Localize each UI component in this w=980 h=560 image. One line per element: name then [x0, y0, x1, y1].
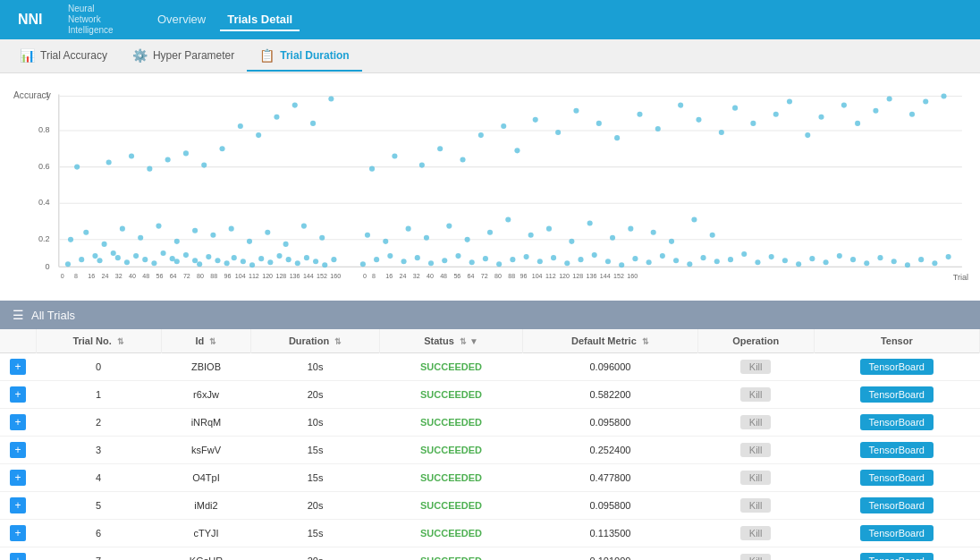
svg-text:8: 8: [74, 273, 78, 280]
kill-button-5[interactable]: Kill: [740, 498, 772, 513]
kill-button-7[interactable]: Kill: [740, 554, 772, 560]
cell-status-6: SUCCEEDED: [379, 520, 522, 547]
nav-trials-detail[interactable]: Trials Detail: [220, 9, 300, 31]
svg-point-79: [247, 239, 252, 244]
svg-text:40: 40: [129, 273, 136, 280]
svg-point-182: [805, 132, 810, 138]
svg-point-90: [201, 163, 207, 168]
cell-metric-5: 0.095800: [523, 492, 698, 520]
tab-hyper-parameter-label: Hyper Parameter: [153, 49, 234, 62]
svg-point-70: [83, 230, 89, 235]
tensorboard-button-2[interactable]: TensorBoard: [860, 414, 934, 430]
expand-button-3[interactable]: +: [10, 442, 26, 458]
sort-icon-metric[interactable]: ⇅: [642, 337, 649, 346]
svg-point-170: [573, 108, 579, 114]
cell-duration-1: 20s: [251, 381, 380, 409]
tensorboard-button-6[interactable]: TensorBoard: [860, 525, 934, 541]
expand-button-0[interactable]: +: [10, 359, 26, 375]
svg-point-132: [824, 259, 829, 265]
svg-point-103: [428, 260, 434, 266]
svg-point-136: [877, 255, 883, 260]
svg-text:96: 96: [520, 273, 527, 280]
svg-point-76: [192, 228, 198, 233]
svg-point-144: [406, 226, 411, 232]
svg-text:NNI: NNI: [18, 12, 43, 27]
tab-trial-duration-label: Trial Duration: [280, 49, 349, 62]
cell-operation-5: Kill: [697, 492, 814, 520]
expand-button-5[interactable]: +: [10, 497, 26, 513]
svg-text:0: 0: [363, 273, 367, 280]
sort-icon-duration[interactable]: ⇅: [334, 337, 342, 346]
svg-point-92: [238, 123, 243, 129]
nav-overview[interactable]: Overview: [150, 9, 213, 31]
svg-point-138: [905, 262, 910, 267]
filter-icon-status[interactable]: ▼: [469, 336, 478, 346]
tab-trial-accuracy[interactable]: 📊 Trial Accuracy: [7, 41, 120, 72]
tensorboard-button-3[interactable]: TensorBoard: [860, 442, 934, 458]
svg-point-174: [655, 126, 661, 132]
expand-button-7[interactable]: +: [10, 553, 26, 560]
svg-point-102: [415, 255, 420, 260]
svg-point-146: [446, 224, 452, 229]
tab-trial-duration[interactable]: 📋 Trial Duration: [247, 41, 361, 72]
svg-point-42: [111, 250, 116, 256]
svg-text:136: 136: [587, 273, 597, 280]
svg-point-133: [837, 253, 842, 259]
svg-point-50: [174, 259, 180, 264]
svg-point-83: [319, 235, 325, 241]
cell-trial-no-3: 3: [36, 437, 161, 464]
svg-text:32: 32: [115, 273, 122, 280]
cell-status-5: SUCCEEDED: [379, 492, 522, 520]
svg-text:152: 152: [613, 273, 624, 280]
cell-metric-3: 0.252400: [523, 437, 698, 464]
tensorboard-button-5[interactable]: TensorBoard: [860, 497, 934, 513]
tab-hyper-parameter[interactable]: ⚙️ Hyper Parameter: [120, 41, 247, 72]
sort-icon-status[interactable]: ⇅: [460, 337, 467, 346]
trial-accuracy-icon: 📊: [20, 48, 35, 63]
svg-point-115: [592, 252, 597, 258]
expand-button-1[interactable]: +: [10, 386, 26, 403]
table-row: + 4 O4TpI 15s SUCCEEDED 0.477800 Kill Te…: [0, 464, 980, 492]
chart-container: Accuracy 1 0.8 0.6 0.4 0.2 0 Trial: [9, 82, 971, 297]
svg-point-159: [710, 233, 715, 238]
expand-button-6[interactable]: +: [10, 525, 26, 541]
expand-button-2[interactable]: +: [10, 414, 26, 430]
col-expand: [0, 329, 36, 353]
svg-point-81: [283, 242, 289, 247]
svg-point-64: [295, 260, 300, 266]
svg-point-151: [546, 226, 552, 232]
tensorboard-button-4[interactable]: TensorBoard: [860, 470, 934, 486]
list-icon: ☰: [13, 308, 24, 322]
svg-point-163: [437, 146, 443, 151]
svg-point-143: [383, 239, 388, 244]
sort-icon-id[interactable]: ⇅: [209, 337, 216, 346]
tensorboard-button-1[interactable]: TensorBoard: [860, 386, 934, 403]
cell-id-4: O4TpI: [161, 464, 250, 492]
all-trials-label: All Trials: [31, 309, 75, 322]
svg-point-89: [183, 150, 189, 156]
kill-button-4[interactable]: Kill: [740, 471, 772, 485]
svg-text:0: 0: [61, 273, 64, 280]
svg-text:8: 8: [372, 273, 376, 280]
svg-point-186: [873, 108, 878, 114]
cell-tensor-3: TensorBoard: [814, 437, 979, 464]
tensorboard-button-7[interactable]: TensorBoard: [860, 553, 934, 560]
kill-button-2[interactable]: Kill: [740, 415, 772, 429]
accuracy-chart: Accuracy 1 0.8 0.6 0.4 0.2 0 Trial: [9, 82, 971, 297]
svg-point-87: [147, 166, 152, 172]
kill-button-1[interactable]: Kill: [740, 387, 772, 402]
svg-text:120: 120: [262, 273, 273, 280]
svg-point-177: [719, 130, 724, 135]
kill-button-6[interactable]: Kill: [740, 526, 772, 540]
expand-button-4[interactable]: +: [10, 470, 26, 486]
tensorboard-button-0[interactable]: TensorBoard: [860, 359, 934, 375]
kill-button-0[interactable]: Kill: [740, 360, 772, 374]
svg-point-147: [465, 237, 470, 242]
svg-text:80: 80: [197, 273, 204, 280]
svg-point-60: [258, 256, 264, 261]
svg-point-69: [68, 237, 73, 242]
all-trials-header: ☰ All Trials: [0, 301, 980, 329]
kill-button-3[interactable]: Kill: [740, 443, 772, 457]
col-tensor: Tensor: [814, 329, 979, 353]
sort-icon-trial-no[interactable]: ⇅: [117, 337, 124, 346]
